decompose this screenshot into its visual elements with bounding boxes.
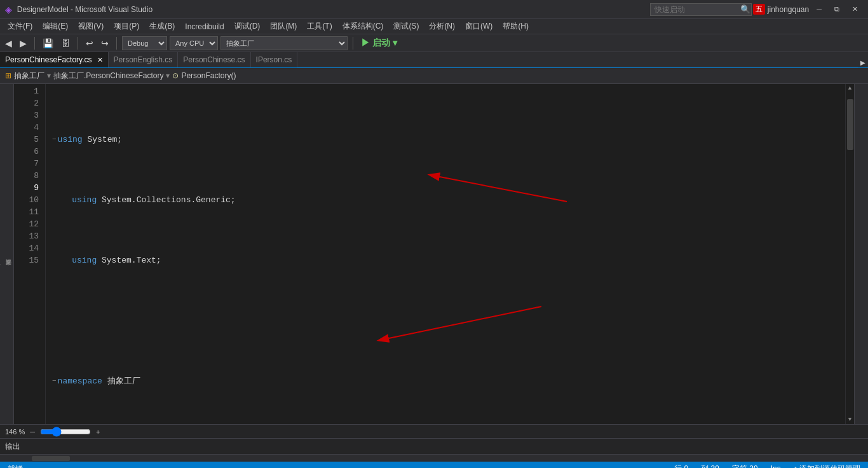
tab-label: PersonEnglish.cs [114,55,173,64]
line-num-2: 2 [14,97,39,109]
left-sidebar-item1[interactable]: 解决方案 [3,252,13,257]
right-ann-1[interactable]: 国图 [855,84,868,89]
menu-project[interactable]: 项目(P) [109,20,144,33]
project-dropdown[interactable]: 抽象工厂 [220,36,348,50]
code-editor[interactable]: 1 2 3 4 5 6 7 8 9 10 11 12 13 14 15 [14,84,854,424]
line-numbers: 1 2 3 4 5 6 7 8 9 10 11 12 13 14 15 [14,84,46,424]
tab-person-english[interactable]: PersonEnglish.cs [109,52,179,67]
horizontal-scrollbar[interactable] [0,454,868,462]
tab-close-icon[interactable]: ✕ [97,56,103,64]
tab-person-chinese-factory[interactable]: PersonChineseFactory.cs ✕ [0,52,109,67]
tab-iperson[interactable]: IPerson.cs [251,52,298,67]
line-num-13: 13 [14,230,39,242]
debug-config-dropdown[interactable]: Debug Release [122,36,167,50]
collapse-5[interactable]: − [52,375,57,387]
tab-person-chinese[interactable]: PersonChinese.cs [178,52,250,67]
line-num-9: 9 [14,182,39,194]
vertical-scrollbar[interactable]: ▲ ▼ [845,84,854,424]
menu-analyze[interactable]: 分析(N) [424,20,460,33]
line-num-1: 1 [14,85,39,97]
status-right: 行 9 列 39 字符 39 Ins ↑ 添加到源代码管理 [672,464,863,469]
tab-label: PersonChineseFactory.cs [5,55,92,64]
code-content[interactable]: − using System; using System.Collections… [46,84,845,424]
menu-tools[interactable]: 工具(T) [302,20,337,33]
scroll-up-button[interactable]: ▲ [846,84,854,93]
tab-label: PersonChinese.cs [183,55,245,64]
right-annotations-sidebar: 国图 调调 调调 准断 固调 [854,84,868,424]
tab-scroll-right[interactable]: ▶ [858,58,868,67]
status-col[interactable]: 列 39 [698,464,722,469]
tab-bar: PersonChineseFactory.cs ✕ PersonEnglish.… [0,52,868,68]
scroll-down-button[interactable]: ▼ [846,415,854,424]
minimize-button[interactable]: ─ [811,4,827,15]
nav-breadcrumb2[interactable]: 抽象工厂.PersonChineseFactory [53,71,163,81]
toolbar: ◀ ▶ 💾 🗄 ↩ ↪ Debug Release Any CPU x86 x6… [0,34,868,52]
output-bar: 输出 [0,438,868,454]
status-mode[interactable]: Ins [768,464,783,468]
status-ready[interactable]: 就绪 [5,464,25,469]
menu-build[interactable]: 生成(B) [144,20,180,33]
scroll-thumb[interactable] [847,99,853,150]
code-line-1: − using System; [52,134,845,146]
code-line-4 [52,315,845,327]
output-label: 输出 [5,441,20,452]
nav-icon2: ⊙ [172,71,179,80]
undo-button[interactable]: ↩ [83,37,96,50]
forward-button[interactable]: ▶ [17,37,29,50]
zoom-bar: 146 % ─ + [0,424,868,438]
menu-debug[interactable]: 调试(D) [229,20,266,33]
redo-button[interactable]: ↪ [98,37,111,50]
save-all-button[interactable]: 🗄 [58,37,72,50]
code-line-2: using System.Collections.Generic; [52,194,845,206]
back-button[interactable]: ◀ [3,37,15,50]
status-char[interactable]: 字符 39 [729,464,761,469]
platform-dropdown[interactable]: Any CPU x86 x64 [170,36,218,50]
nav-sep2: ▾ [166,71,170,80]
scroll-track[interactable] [846,93,854,415]
code-line-3: using System.Text; [52,254,845,266]
menu-incredibuild[interactable]: Incredibuild [180,21,229,32]
status-row[interactable]: 行 9 [672,464,691,469]
menu-file[interactable]: 文件(F) [3,20,37,33]
collapse-1[interactable]: − [52,134,57,146]
right-ann-3[interactable]: 调调 [855,94,868,99]
code-line-5: − namespace 抽象工厂 [52,375,845,387]
left-sidebar-item2[interactable]: 团队 [0,252,3,257]
h-scroll-thumb[interactable] [32,456,70,461]
menu-team[interactable]: 团队(M) [265,20,302,33]
nav-bar: ⊞ 抽象工厂 ▾ 抽象工厂.PersonChineseFactory ▾ ⊙ P… [0,68,868,84]
save-button[interactable]: 💾 [40,37,56,50]
line-num-10: 10 [14,194,39,206]
menu-edit[interactable]: 编辑(E) [37,20,73,33]
nav-sep1: ▾ [47,71,51,80]
zoom-in-button[interactable]: + [93,428,102,436]
title-left: ◈ DesignerModel - Microsoft Visual Studi… [5,3,153,17]
line-num-8: 8 [14,170,39,182]
menu-help[interactable]: 帮助(H) [498,20,534,33]
line-num-12: 12 [14,218,39,230]
title-bar: ◈ DesignerModel - Microsoft Visual Studi… [0,0,868,19]
menu-window[interactable]: 窗口(W) [460,20,498,33]
zoom-out-button[interactable]: ─ [27,428,37,436]
title-right: 🔍 五 jinhongquan ─ ⧉ ✕ [650,3,863,16]
line-num-4: 4 [14,121,39,134]
status-left: 就绪 [5,464,25,469]
menu-architecture[interactable]: 体系结构(C) [337,20,389,33]
quick-launch-input[interactable] [650,3,752,16]
status-source-control[interactable]: ↑ 添加到源代码管理 [791,464,863,469]
right-ann-2[interactable]: 调调 [855,89,868,94]
zoom-slider[interactable] [40,428,91,436]
nav-icon1: ⊞ [5,71,11,80]
menu-view[interactable]: 视图(V) [73,20,109,33]
menu-test[interactable]: 测试(S) [388,20,424,33]
run-button[interactable]: ▶ 启动 ▾ [358,36,400,50]
right-ann-5[interactable]: 固调 [855,104,868,109]
line-num-15: 15 [14,254,39,266]
nav-breadcrumb3[interactable]: PersonFactory() [181,71,236,80]
close-button[interactable]: ✕ [847,4,863,15]
line-num-14: 14 [14,242,39,254]
right-ann-4[interactable]: 准断 [855,99,868,104]
line-num-3: 3 [14,109,39,121]
nav-breadcrumb1[interactable]: 抽象工厂 [14,71,44,81]
restore-button[interactable]: ⧉ [829,4,844,15]
